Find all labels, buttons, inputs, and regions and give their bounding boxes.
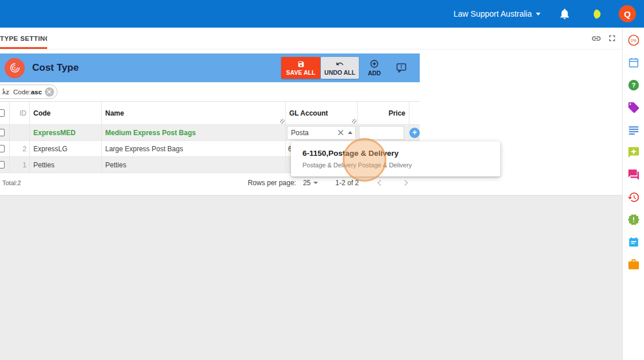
right-icon-sidebar: 0% ? (622, 28, 644, 360)
col-price[interactable]: Price (358, 102, 409, 124)
header-checkbox-cell (0, 102, 10, 124)
cell-code[interactable]: ExpressLG (30, 141, 102, 156)
sort-filter-chip[interactable]: A Z Code:asc (0, 85, 57, 99)
col-code[interactable]: Code (30, 102, 102, 124)
top-bar: Law Support Australia Q (0, 0, 644, 28)
active-tab-indicator (0, 47, 47, 49)
undo-icon (336, 60, 344, 68)
add-button[interactable]: ADD (361, 57, 388, 79)
cell-code[interactable]: ExpressMED (30, 125, 102, 140)
column-resize-handle[interactable] (280, 119, 285, 124)
help-icon[interactable]: ? (627, 79, 640, 91)
cost-type-icon (5, 58, 25, 78)
cell-id: 2 (10, 141, 30, 156)
avatar-initial: Q (624, 9, 631, 19)
svg-text:!: ! (401, 64, 402, 70)
save-all-button[interactable]: SAVE ALL (281, 57, 320, 79)
feedback-bubble-icon[interactable]: ! (394, 61, 408, 75)
rows-per-page-label: Rows per page: (248, 179, 296, 187)
col-name[interactable]: Name (102, 102, 286, 124)
main-content: TYPE SETTING (0, 28, 622, 360)
chat-icon[interactable] (627, 168, 640, 181)
cell-id: 1 (10, 157, 30, 173)
copy-link-icon[interactable] (591, 33, 601, 44)
sort-az-icon: A Z (2, 88, 10, 95)
chevron-down-icon (536, 13, 540, 16)
cell-gl-account: Posta (286, 125, 358, 140)
rows-per-page-select[interactable]: 25 (303, 179, 318, 187)
tab-bar: TYPE SETTING (0, 28, 622, 49)
chip-text: Code:asc (13, 89, 42, 95)
add-row-icon[interactable]: + (409, 128, 420, 138)
dropdown-option-subtitle: Postage & Delivery Postage & Delivery (302, 162, 500, 168)
chevron-down-icon (313, 182, 318, 184)
col-gl-account[interactable]: GL Account (286, 102, 358, 124)
dropdown-collapse-icon[interactable] (348, 131, 352, 134)
cell-name[interactable]: Medium Express Post Bags (102, 125, 286, 140)
table-header-row: ID Code Name GL Account Price (0, 102, 420, 125)
row-checkbox[interactable] (0, 161, 5, 168)
previous-page-icon[interactable] (374, 177, 385, 189)
calendar-icon[interactable] (627, 56, 640, 69)
cell-code[interactable]: Petties (30, 157, 102, 173)
text-lines-icon[interactable] (627, 124, 640, 136)
cell-price (358, 125, 409, 140)
column-resize-handle[interactable] (352, 119, 356, 124)
add-label: ADD (368, 70, 381, 76)
svg-text:0%: 0% (631, 39, 637, 43)
table-row: ExpressMED Medium Express Post Bags Post… (0, 125, 420, 141)
notes-calendar-icon[interactable] (627, 236, 640, 248)
gl-account-value: Posta (291, 129, 309, 137)
pagination: Rows per page: 25 1-2 of 2 (248, 177, 412, 189)
gl-account-combobox[interactable]: Posta (287, 126, 356, 140)
user-avatar[interactable]: Q (619, 5, 636, 22)
undo-all-label: UNDO ALL (324, 69, 355, 76)
cell-name[interactable]: Petties (102, 157, 286, 173)
tag-icon[interactable] (627, 101, 640, 114)
rows-per-page-value: 25 (303, 179, 310, 187)
gl-account-dropdown-option[interactable]: 6-1150,Postage & Delivery Postage & Deli… (291, 141, 500, 177)
total-count: Total:2 (2, 179, 21, 186)
notifications-bell-icon[interactable] (558, 7, 572, 21)
dark-mode-moon-icon[interactable] (589, 7, 603, 21)
alert-badge-icon[interactable] (627, 213, 640, 226)
add-circle-icon (370, 59, 379, 68)
next-page-icon[interactable] (400, 177, 412, 189)
history-icon[interactable] (627, 191, 640, 204)
progress-circle-icon[interactable]: 0% (627, 34, 640, 47)
page-range: 1-2 of 2 (335, 179, 359, 187)
cell-name[interactable]: Large Express Post Bags (102, 141, 286, 156)
panel-header: Cost Type SAVE ALL UNDO ALL ADD (0, 53, 420, 82)
chip-close-icon[interactable] (45, 87, 54, 97)
briefcase-icon[interactable] (627, 258, 640, 271)
svg-text:A: A (2, 90, 6, 95)
page-title: Cost Type (32, 62, 79, 74)
select-all-checkbox[interactable] (0, 109, 5, 117)
tab-type-setting[interactable]: TYPE SETTING (0, 28, 47, 49)
fullscreen-icon[interactable] (607, 33, 618, 44)
cell-id (10, 125, 30, 140)
svg-text:?: ? (631, 82, 635, 89)
row-checkbox[interactable] (0, 145, 5, 152)
col-actions (409, 102, 420, 124)
svg-text:Z: Z (6, 90, 9, 95)
clear-icon[interactable] (338, 129, 344, 136)
org-name: Law Support Australia (454, 9, 532, 18)
announcement-sparkle-icon[interactable] (627, 146, 640, 159)
filter-row: A Z Code:asc (0, 82, 420, 101)
dropdown-option-title: 6-1150,Postage & Delivery (302, 149, 500, 158)
save-all-label: SAVE ALL (286, 69, 316, 76)
col-id[interactable]: ID (10, 102, 30, 124)
price-input[interactable] (359, 126, 404, 140)
org-selector[interactable]: Law Support Australia (454, 9, 540, 18)
row-checkbox[interactable] (0, 129, 5, 136)
save-icon (297, 60, 305, 68)
undo-all-button[interactable]: UNDO ALL (321, 57, 359, 79)
cell-actions: + (409, 125, 420, 140)
